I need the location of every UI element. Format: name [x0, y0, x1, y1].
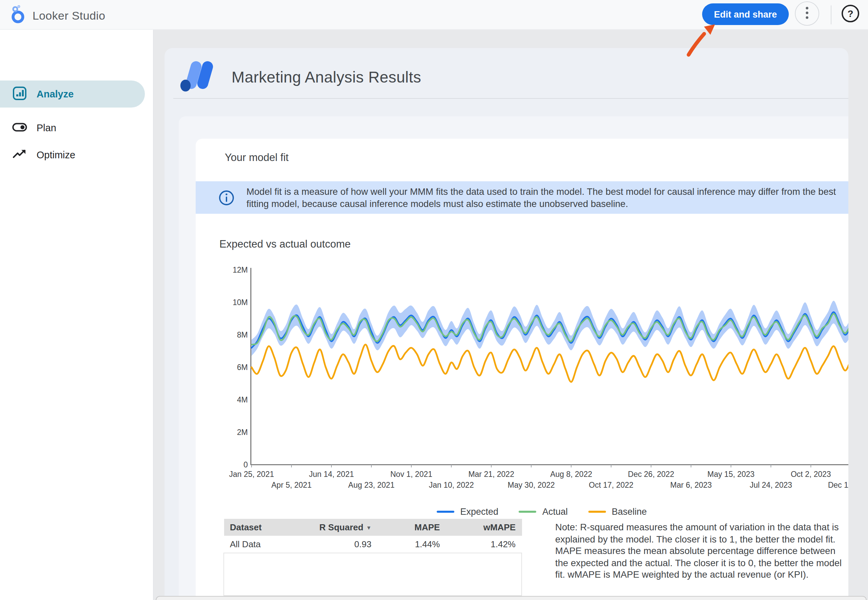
column-header-mape: MAPE — [377, 519, 446, 536]
column-header-dataset: Dataset — [224, 519, 309, 536]
analytics-icon — [12, 86, 27, 103]
svg-text:Apr 5, 2021: Apr 5, 2021 — [272, 480, 312, 489]
meridian-logo-icon — [180, 59, 217, 95]
legend-item-baseline: Baseline — [588, 507, 647, 517]
content-area: Marketing Analysis Results Your model fi… — [153, 29, 868, 600]
svg-text:Oct 17, 2022: Oct 17, 2022 — [589, 480, 633, 489]
chart-legend: Expected Actual Baseline — [339, 507, 745, 517]
header-divider — [173, 98, 848, 99]
svg-text:Aug 8, 2022: Aug 8, 2022 — [550, 470, 592, 479]
svg-text:8M: 8M — [237, 330, 248, 339]
svg-text:2M: 2M — [237, 428, 248, 436]
cell-wmape: 1.42% — [446, 536, 522, 553]
help-button[interactable]: ? — [842, 5, 859, 22]
svg-text:0: 0 — [243, 460, 248, 469]
table-header-row: Dataset R Squared▼ MAPE wMAPE — [224, 519, 522, 536]
table-row: All Data 0.93 1.44% 1.42% — [224, 536, 522, 553]
model-fit-card: Your model fit Model fit is a measure of… — [196, 139, 848, 600]
report-title: Marketing Analysis Results — [231, 68, 421, 86]
svg-text:Nov 1, 2021: Nov 1, 2021 — [390, 470, 432, 479]
svg-text:Jan 25, 2021: Jan 25, 2021 — [229, 470, 274, 479]
svg-text:Jun 14, 2021: Jun 14, 2021 — [309, 470, 354, 479]
horizontal-scrollbar[interactable] — [156, 596, 866, 600]
more-vert-icon — [805, 6, 809, 21]
chart-title: Expected vs actual outcome — [219, 238, 351, 250]
sidebar-item-analyze[interactable]: Analyze — [0, 80, 145, 108]
sidebar-item-label: Optimize — [36, 150, 75, 160]
sidebar-item-optimize[interactable]: Optimize — [0, 141, 145, 168]
cell-dataset: All Data — [224, 536, 309, 553]
sidebar-item-plan[interactable]: Plan — [0, 114, 145, 141]
report-panel: Marketing Analysis Results Your model fi… — [164, 48, 848, 600]
topbar: Looker Studio Edit and share ? — [0, 0, 868, 30]
help-icon: ? — [847, 9, 853, 18]
svg-text:Jul 24, 2023: Jul 24, 2023 — [750, 480, 792, 489]
svg-text:Mar 6, 2023: Mar 6, 2023 — [670, 480, 712, 489]
sort-desc-icon: ▼ — [366, 525, 371, 531]
sidebar-item-label: Analyze — [36, 89, 74, 100]
cell-mape: 1.44% — [377, 536, 446, 553]
toggle-icon — [12, 120, 27, 136]
svg-text:Mar 21, 2022: Mar 21, 2022 — [468, 470, 514, 479]
svg-text:Jan 10, 2022: Jan 10, 2022 — [429, 480, 474, 489]
model-fit-table: Dataset R Squared▼ MAPE wMAPE All Data 0… — [223, 519, 522, 596]
baseline-swatch — [588, 511, 606, 513]
info-icon — [219, 190, 234, 208]
app-name: Looker Studio — [32, 6, 105, 26]
svg-text:Oct 2, 2023: Oct 2, 2023 — [791, 470, 831, 479]
svg-text:May 15, 2023: May 15, 2023 — [708, 470, 755, 479]
svg-text:4M: 4M — [237, 395, 248, 404]
svg-text:May 30, 2022: May 30, 2022 — [508, 480, 555, 489]
report-header: Marketing Analysis Results — [180, 59, 421, 95]
legend-item-actual: Actual — [518, 507, 568, 517]
svg-text:10M: 10M — [233, 298, 248, 307]
sidebar-item-label: Plan — [36, 123, 56, 133]
legend-item-expected: Expected — [436, 507, 498, 517]
actual-swatch — [518, 511, 536, 513]
trending-up-icon — [12, 147, 27, 164]
svg-text:12M: 12M — [233, 265, 248, 274]
brand: Looker Studio — [9, 5, 105, 27]
svg-text:Aug 23, 2021: Aug 23, 2021 — [348, 480, 395, 489]
looker-studio-logo-icon — [9, 5, 26, 27]
column-header-r-squared[interactable]: R Squared▼ — [309, 519, 378, 536]
svg-text:Dec 26, 2022: Dec 26, 2022 — [628, 470, 674, 479]
cell-r-squared: 0.93 — [309, 536, 378, 553]
table-empty-area — [224, 553, 522, 595]
model-fit-chart: 12M10M8M6M4M2M0Jan 25, 2021Apr 5, 2021Ju… — [203, 264, 848, 494]
card-title: Your model fit — [225, 152, 289, 164]
looker-studio-window: Looker Studio Edit and share ? — [0, 0, 868, 600]
topbar-divider — [831, 5, 832, 24]
svg-text:Dec 11, 2023: Dec 11, 2023 — [828, 480, 848, 489]
info-banner-text: Model fit is a measure of how well your … — [246, 186, 848, 210]
svg-text:6M: 6M — [237, 363, 248, 372]
expected-swatch — [436, 511, 454, 513]
more-options-button[interactable] — [795, 2, 819, 26]
column-header-wmape: wMAPE — [446, 519, 522, 536]
note-text: Note: R-squared measures the amount of v… — [555, 521, 842, 581]
sidebar: Analyze Plan Optimize — [0, 29, 154, 600]
edit-and-share-button[interactable]: Edit and share — [702, 3, 789, 25]
info-banner: Model fit is a measure of how well your … — [196, 181, 848, 214]
